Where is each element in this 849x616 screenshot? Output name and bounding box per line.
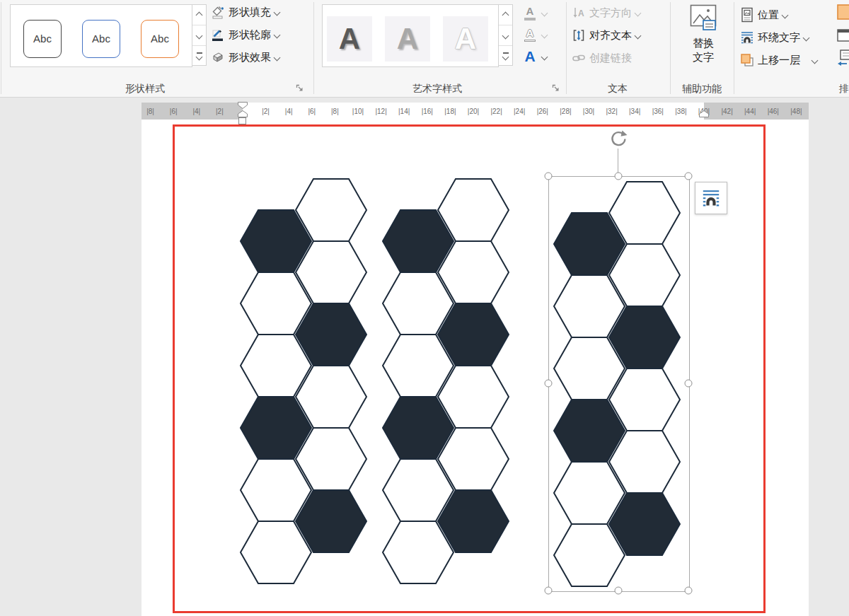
ruler-tick-label: |2| <box>262 107 270 115</box>
wrap-text-label: 环绕文字 <box>758 31 800 45</box>
right-indent-marker[interactable] <box>699 110 709 117</box>
shape-outline-label: 形状轮廓 <box>229 28 271 42</box>
selection-resize-handle[interactable] <box>545 173 553 180</box>
chevron-down-icon <box>782 11 789 18</box>
ruler-tick-label: |36| <box>652 107 664 115</box>
align-objects-button[interactable] <box>837 50 849 68</box>
shape-effects-button[interactable]: 形状效果 <box>211 48 279 66</box>
ruler-tick-label: |28| <box>560 107 571 115</box>
selection-resize-handle[interactable] <box>685 380 693 388</box>
ruler-tick-label: |8| <box>146 107 154 115</box>
svg-text:A: A <box>578 8 584 18</box>
position-label: 位置 <box>758 8 779 22</box>
gallery-more-button[interactable] <box>499 46 512 66</box>
rotation-handle-icon[interactable] <box>608 129 628 149</box>
send-backward-icon <box>837 4 849 21</box>
ruler-tick-label: |38| <box>675 107 686 115</box>
ruler-tick-label: |12| <box>375 107 386 115</box>
text-group-label: 文本 <box>608 83 628 95</box>
gallery-scroll-down-button[interactable] <box>499 25 512 46</box>
chevron-down-icon <box>196 53 203 60</box>
arrange-partial-button[interactable] <box>837 27 849 44</box>
chevron-up-icon <box>502 11 509 18</box>
shape-fill-button[interactable]: 形状填充 <box>211 3 279 21</box>
shape-style-preset-1[interactable]: Abc <box>23 20 62 58</box>
group-divider <box>670 2 671 94</box>
chevron-down-icon <box>803 34 810 41</box>
chevron-down-icon <box>502 32 509 39</box>
layout-options-button[interactable] <box>695 182 727 214</box>
accessibility-group-label: 辅助功能 <box>682 83 722 95</box>
shape-style-preset-2[interactable]: Abc <box>82 20 120 58</box>
left-indent-marker[interactable] <box>238 117 246 124</box>
ruler-tick-label: |2| <box>216 107 224 115</box>
shape-fill-label: 形状填充 <box>229 6 271 19</box>
position-icon <box>740 7 754 23</box>
text-fill-icon: A <box>521 6 538 21</box>
shape-styles-group-label: 形状样式 <box>125 83 165 95</box>
gallery-scroll-up-button[interactable] <box>192 5 206 25</box>
wrap-text-icon <box>740 30 754 45</box>
dialog-launcher-icon[interactable] <box>295 83 304 93</box>
text-outline-button[interactable]: A <box>521 25 547 44</box>
ruler-tick-label: |4| <box>192 107 200 115</box>
dialog-launcher-icon[interactable] <box>551 83 560 93</box>
gallery-more-button[interactable] <box>192 46 206 66</box>
align-objects-icon <box>837 50 849 68</box>
gallery-scroll-down-button[interactable] <box>192 25 206 46</box>
wordart-preset-3[interactable]: A <box>443 16 488 62</box>
chevron-down-icon <box>541 31 548 38</box>
align-text-button[interactable]: 对齐文本 <box>572 26 640 45</box>
create-link-button[interactable]: 创建链接 <box>572 49 632 67</box>
ruler-tick-label: |14| <box>398 107 410 115</box>
hanging-indent-marker[interactable] <box>238 110 248 117</box>
ruler-tick-label: |46| <box>768 107 779 115</box>
align-text-icon <box>572 28 586 42</box>
first-line-indent-marker[interactable] <box>238 102 248 109</box>
layout-options-wrap-icon <box>701 188 721 208</box>
send-backward-button[interactable] <box>837 4 849 21</box>
shape-outline-button[interactable]: 形状轮廓 <box>211 25 279 44</box>
chevron-down-icon <box>196 32 203 39</box>
bring-forward-label: 上移一层 <box>758 54 800 67</box>
ruler-tick-label: |24| <box>514 107 525 115</box>
alt-text-picture-icon <box>689 4 717 33</box>
alt-text-button[interactable]: 替换 文字 <box>682 4 724 64</box>
paint-bucket-icon <box>211 5 225 19</box>
bring-forward-icon <box>740 53 754 67</box>
shape-effects-cube-icon <box>211 50 225 64</box>
chevron-down-icon <box>541 53 548 60</box>
selection-resize-handle[interactable] <box>545 380 553 388</box>
wordart-group-label: 艺术字样式 <box>412 83 462 95</box>
selection-resize-handle[interactable] <box>615 173 623 180</box>
text-effects-button[interactable]: A <box>521 47 547 66</box>
create-link-label: 创建链接 <box>589 52 632 65</box>
selection-resize-handle[interactable] <box>685 173 693 180</box>
group-divider <box>313 2 314 94</box>
chevron-down-icon <box>812 57 819 64</box>
gallery-scroll-up-button[interactable] <box>499 5 512 25</box>
alt-text-label-line1: 替换 <box>682 36 724 50</box>
wordart-preset-2[interactable]: A <box>385 16 430 62</box>
ruler-tick-label: |4| <box>285 107 293 115</box>
position-button[interactable]: 位置 <box>740 6 787 24</box>
selection-resize-handle[interactable] <box>545 587 553 595</box>
text-fill-button[interactable]: A <box>521 4 547 22</box>
text-direction-icon: A <box>572 6 586 20</box>
arrange-group-label: 排 <box>839 83 849 95</box>
shape-style-preset-3[interactable]: Abc <box>141 20 179 58</box>
chevron-down-icon <box>274 31 281 38</box>
pencil-outline-icon <box>211 28 225 42</box>
shape-style-gallery-scroll <box>192 4 207 66</box>
shape-style-gallery: Abc Abc Abc <box>10 4 192 67</box>
wordart-gallery-scroll <box>498 4 513 66</box>
ruler-tick-label: |26| <box>537 107 548 115</box>
selection-resize-handle[interactable] <box>685 587 693 595</box>
wordart-gallery: A A A <box>322 4 499 67</box>
wordart-preset-1[interactable]: A <box>327 16 372 62</box>
text-direction-button[interactable]: A 文字方向 <box>572 4 640 22</box>
wrap-text-button[interactable]: 环绕文字 <box>740 28 809 47</box>
selection-resize-handle[interactable] <box>615 587 623 595</box>
selection-bounding-box[interactable] <box>548 176 690 592</box>
bring-forward-button[interactable]: 上移一层 <box>740 51 817 69</box>
